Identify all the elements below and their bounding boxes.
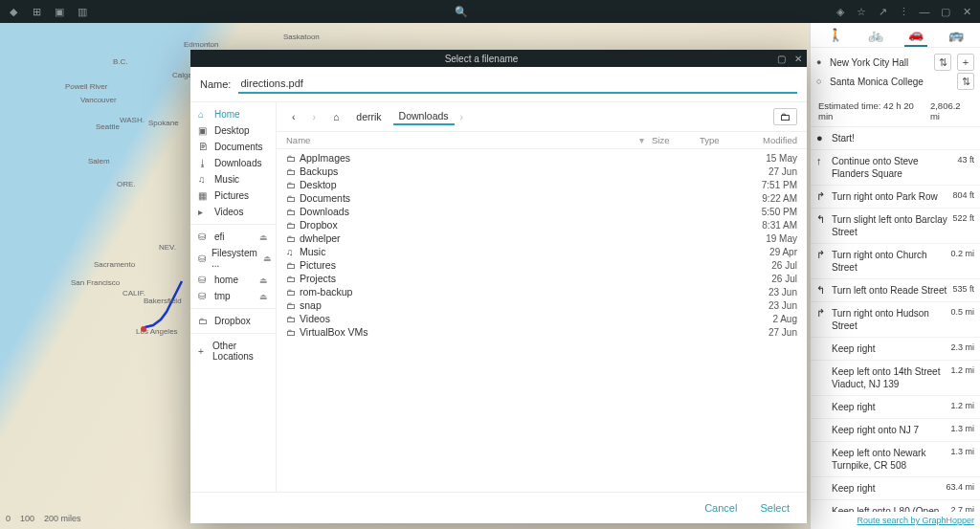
sidebar-item[interactable]: ⌂ Home	[190, 106, 276, 122]
file-row[interactable]: 🗀 VirtualBox VMs 27 Jun	[277, 325, 807, 339]
sidebar-item[interactable]: 🖹 Documents	[190, 139, 276, 155]
bike-icon[interactable]: 🚲	[864, 24, 887, 46]
direction-step[interactable]: Keep right 63.4 mi	[811, 477, 980, 500]
direction-step[interactable]: ↱ Turn right onto Hudson Street 0.5 mi	[811, 302, 980, 338]
direction-step[interactable]: ● Start!	[811, 127, 980, 150]
step-text: Turn right onto Church Street	[832, 249, 950, 274]
step-text: Turn right onto Hudson Street	[832, 307, 950, 332]
sidebar-item[interactable]: ⛁ Filesystem ... ⏏	[190, 245, 276, 272]
direction-step[interactable]: ↑ Continue onto Steve Flanders Square 43…	[811, 150, 980, 186]
direction-step[interactable]: ↱ Turn right onto Park Row 804 ft	[811, 186, 980, 209]
file-row[interactable]: 🗀 Dropbox 8:31 AM	[277, 218, 807, 231]
file-row[interactable]: 🗀 Documents 9:22 AM	[277, 191, 807, 205]
route-provider-link[interactable]: Route search by GraphHopper	[811, 512, 980, 529]
file-row[interactable]: 🗀 Videos 2 Aug	[277, 312, 807, 325]
walk-icon[interactable]: 🚶	[824, 24, 847, 46]
file-row[interactable]: 🗀 AppImages 15 May	[277, 151, 807, 165]
close-icon[interactable]: ✕	[961, 6, 972, 17]
eject-icon[interactable]: ⏏	[259, 292, 268, 301]
sidebar-item[interactable]: 🗀 Dropbox	[190, 313, 276, 329]
direction-step[interactable]: ↰ Turn slight left onto Barclay Street 5…	[811, 209, 980, 244]
window-list-icon[interactable]: ▣	[54, 6, 65, 17]
maximize-icon[interactable]: ▢	[940, 6, 951, 17]
sidebar-item-label: efi	[214, 231, 225, 242]
eject-icon[interactable]: ⏏	[259, 232, 268, 242]
col-name[interactable]: Name	[286, 135, 639, 145]
cancel-button[interactable]: Cancel	[704, 502, 737, 514]
file-row[interactable]: 🗀 dwhelper 19 May	[277, 231, 807, 245]
eject-icon[interactable]: ⏏	[259, 276, 268, 285]
transit-icon[interactable]: 🚌	[945, 24, 968, 46]
dialog-close-icon[interactable]: ✕	[790, 54, 807, 64]
minimize-icon[interactable]: —	[919, 6, 930, 17]
home-icon[interactable]: ⌂	[327, 109, 345, 124]
file-row[interactable]: ♫ Music 29 Apr	[277, 245, 807, 258]
search-icon[interactable]: 🔍	[456, 6, 467, 17]
new-folder-icon[interactable]: 🗀	[773, 108, 797, 125]
direction-step[interactable]: Keep left onto Newark Turnpike, CR 508 1…	[811, 442, 980, 477]
nav-back-icon[interactable]: ‹	[286, 109, 301, 124]
destination-input[interactable]: Santa Monica College	[830, 77, 951, 87]
file-row[interactable]: 🗀 Backups 27 Jun	[277, 165, 807, 178]
direction-step[interactable]: Keep right 2.3 mi	[811, 338, 980, 361]
swap-icon[interactable]: ⇅	[934, 54, 951, 71]
file-row[interactable]: 🗀 Downloads 5:50 PM	[277, 205, 807, 218]
sidebar-item[interactable]: ♫ Music	[190, 171, 276, 187]
file-row[interactable]: 🗀 Desktop 7:51 PM	[277, 178, 807, 191]
col-modified[interactable]: Modified	[747, 135, 797, 145]
direction-step[interactable]: Keep right 1.2 mi	[811, 396, 980, 419]
step-text: Keep right onto NJ 7	[832, 424, 950, 436]
arrow-icon[interactable]: ↗	[877, 6, 888, 17]
file-list[interactable]: 🗀 AppImages 15 May🗀 Backups 27 Jun🗀 Desk…	[277, 149, 807, 492]
crumb-user[interactable]: derrik	[350, 109, 387, 124]
step-distance: 2.7 mi	[950, 505, 974, 512]
sidebar-item[interactable]: ▸ Videos	[190, 204, 276, 220]
folder-icon: 🗀	[286, 314, 300, 324]
file-row[interactable]: 🗀 rom-backup 23 Jun	[277, 285, 807, 298]
car-icon[interactable]: 🚗	[904, 23, 927, 47]
direction-step[interactable]: Keep left onto I-80 (Open Road Tolling) …	[811, 500, 980, 512]
step-text: Turn right onto Park Row	[832, 190, 952, 203]
select-button[interactable]: Select	[760, 502, 790, 514]
clear-dest-icon[interactable]: ⇅	[957, 73, 974, 90]
filename-input[interactable]	[238, 75, 797, 94]
folder-icon: 🗀	[286, 327, 300, 338]
map-place-label: Bakersfield	[144, 297, 182, 305]
direction-step[interactable]: ↱ Turn right onto Church Street 0.2 mi	[811, 244, 980, 279]
add-stop-button[interactable]: +	[957, 54, 974, 71]
activities-icon[interactable]: ◆	[8, 6, 19, 17]
file-row[interactable]: 🗀 Pictures 26 Jul	[277, 258, 807, 272]
app-grid-icon[interactable]: ⊞	[31, 6, 42, 17]
workspace-icon[interactable]: ▥	[77, 6, 88, 17]
nav-fwd-icon[interactable]: ›	[307, 109, 323, 124]
location-icon[interactable]: ◈	[835, 6, 846, 17]
sort-icon[interactable]: ▾	[639, 135, 644, 145]
crumb-current[interactable]: Downloads	[393, 108, 455, 125]
file-row[interactable]: 🗀 snap 23 Jun	[277, 298, 807, 312]
maneuver-icon: ↱	[816, 190, 832, 203]
directions-steps[interactable]: ● Start! ↑ Continue onto Steve Flanders …	[811, 127, 980, 512]
star-icon[interactable]: ☆	[856, 6, 867, 17]
sidebar-item[interactable]: + Other Locations	[190, 338, 276, 364]
sidebar-item[interactable]: ⛁ efi ⏏	[190, 229, 276, 245]
direction-step[interactable]: ↰ Turn left onto Reade Street 535 ft	[811, 279, 980, 302]
dialog-maximize-icon[interactable]: ▢	[772, 54, 790, 64]
folder-icon: 🗀	[286, 260, 300, 271]
eject-icon[interactable]: ⏏	[263, 253, 272, 263]
file-name: Desktop	[300, 179, 747, 190]
sidebar-item[interactable]: ⛁ tmp ⏏	[190, 288, 276, 304]
direction-step[interactable]: Keep right onto NJ 7 1.3 mi	[811, 419, 980, 442]
place-icon: ⭳	[198, 158, 209, 168]
sidebar-item[interactable]: ⭳ Downloads	[190, 155, 276, 171]
file-modified: 27 Jun	[747, 166, 797, 177]
sidebar-item[interactable]: ▣ Desktop	[190, 122, 276, 139]
menu-icon[interactable]: ⋮	[898, 6, 909, 17]
col-type[interactable]: Type	[700, 135, 747, 145]
sidebar-item[interactable]: ▦ Pictures	[190, 187, 276, 204]
file-row[interactable]: 🗀 Projects 26 Jul	[277, 272, 807, 285]
sidebar-item[interactable]: ⛁ home ⏏	[190, 272, 276, 288]
origin-input[interactable]: New York City Hall	[830, 57, 928, 68]
direction-step[interactable]: Keep left onto 14th Street Viaduct, NJ 1…	[811, 361, 980, 396]
col-size[interactable]: Size	[652, 135, 700, 145]
map-place-label: B.C.	[113, 57, 128, 66]
